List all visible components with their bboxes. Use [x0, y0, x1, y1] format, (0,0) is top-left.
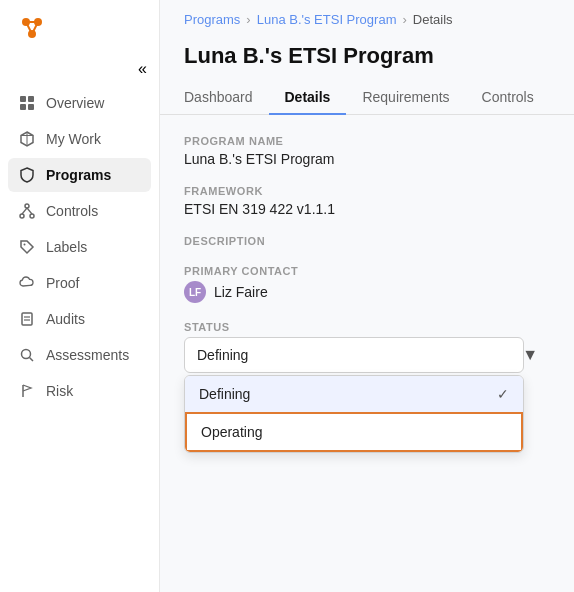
- status-current-value: Defining: [197, 347, 248, 363]
- search-icon: [18, 346, 36, 364]
- sidebar-item-my-work[interactable]: My Work: [8, 122, 151, 156]
- sidebar-logo: [0, 12, 159, 60]
- description-field: DESCRIPTION: [184, 235, 550, 247]
- sidebar-item-programs[interactable]: Programs: [8, 158, 151, 192]
- shield-icon: [18, 166, 36, 184]
- checkmark-icon: ✓: [497, 386, 509, 402]
- sidebar: « Overview My Work Programs: [0, 0, 160, 592]
- status-dropdown-menu: Defining ✓ Operating: [184, 375, 524, 453]
- collapse-icon: «: [138, 60, 147, 78]
- description-label: DESCRIPTION: [184, 235, 550, 247]
- tab-controls[interactable]: Controls: [466, 81, 550, 115]
- sidebar-item-label: Proof: [46, 275, 79, 291]
- status-field: STATUS Defining ▼ Defining ✓ Operating: [184, 321, 550, 373]
- svg-rect-7: [28, 96, 34, 102]
- page-header: Luna B.'s ETSI Program: [160, 35, 574, 81]
- svg-rect-9: [28, 104, 34, 110]
- primary-contact-label: PRIMARY CONTACT: [184, 265, 550, 277]
- audits-icon: [18, 310, 36, 328]
- sidebar-item-risk[interactable]: Risk: [8, 374, 151, 408]
- svg-point-12: [25, 204, 29, 208]
- dropdown-item-label: Defining: [199, 386, 250, 402]
- svg-point-17: [24, 244, 26, 246]
- status-select-wrapper: Defining ▼ Defining ✓ Operating: [184, 337, 550, 373]
- breadcrumb-sep-2: ›: [402, 12, 406, 27]
- cloud-icon: [18, 274, 36, 292]
- tag-icon: [18, 238, 36, 256]
- tab-requirements[interactable]: Requirements: [346, 81, 465, 115]
- sidebar-item-label: Programs: [46, 167, 111, 183]
- sidebar-item-label: Assessments: [46, 347, 129, 363]
- sidebar-item-controls[interactable]: Controls: [8, 194, 151, 228]
- program-name-value: Luna B.'s ETSI Program: [184, 151, 550, 167]
- sidebar-item-label: My Work: [46, 131, 101, 147]
- contact-name: Liz Faire: [214, 284, 268, 300]
- dropdown-item-operating[interactable]: Operating: [185, 412, 523, 452]
- contact-row: LF Liz Faire: [184, 281, 550, 303]
- svg-rect-8: [20, 104, 26, 110]
- sidebar-item-label: Overview: [46, 95, 104, 111]
- svg-line-16: [27, 208, 32, 214]
- chevron-down-icon: ▼: [522, 346, 538, 364]
- details-content: PROGRAM NAME Luna B.'s ETSI Program FRAM…: [160, 115, 574, 592]
- sidebar-item-label: Labels: [46, 239, 87, 255]
- app-logo-icon: [16, 12, 48, 44]
- flag-icon: [18, 382, 36, 400]
- svg-line-15: [22, 208, 27, 214]
- page-title: Luna B.'s ETSI Program: [184, 43, 550, 69]
- breadcrumb: Programs › Luna B.'s ETSI Program › Deta…: [160, 0, 574, 35]
- svg-point-14: [30, 214, 34, 218]
- svg-rect-6: [20, 96, 26, 102]
- sidebar-item-label: Controls: [46, 203, 98, 219]
- svg-point-21: [22, 350, 31, 359]
- dropdown-item-defining[interactable]: Defining ✓: [185, 376, 523, 412]
- sidebar-item-assessments[interactable]: Assessments: [8, 338, 151, 372]
- main-content: Programs › Luna B.'s ETSI Program › Deta…: [160, 0, 574, 592]
- framework-field: FRAMEWORK ETSI EN 319 422 v1.1.1: [184, 185, 550, 217]
- svg-point-13: [20, 214, 24, 218]
- breadcrumb-program[interactable]: Luna B.'s ETSI Program: [257, 12, 397, 27]
- framework-label: FRAMEWORK: [184, 185, 550, 197]
- sidebar-item-overview[interactable]: Overview: [8, 86, 151, 120]
- sidebar-item-proof[interactable]: Proof: [8, 266, 151, 300]
- sidebar-item-audits[interactable]: Audits: [8, 302, 151, 336]
- breadcrumb-sep-1: ›: [246, 12, 250, 27]
- sidebar-item-labels[interactable]: Labels: [8, 230, 151, 264]
- program-name-label: PROGRAM NAME: [184, 135, 550, 147]
- breadcrumb-programs[interactable]: Programs: [184, 12, 240, 27]
- breadcrumb-current: Details: [413, 12, 453, 27]
- dropdown-item-label: Operating: [201, 424, 262, 440]
- sidebar-item-label: Audits: [46, 311, 85, 327]
- tab-details[interactable]: Details: [269, 81, 347, 115]
- cube-icon: [18, 130, 36, 148]
- program-name-field: PROGRAM NAME Luna B.'s ETSI Program: [184, 135, 550, 167]
- grid-icon: [18, 94, 36, 112]
- svg-rect-18: [22, 313, 32, 325]
- avatar: LF: [184, 281, 206, 303]
- tab-dashboard[interactable]: Dashboard: [184, 81, 269, 115]
- sidebar-item-label: Risk: [46, 383, 73, 399]
- status-select[interactable]: Defining: [184, 337, 524, 373]
- svg-line-22: [30, 358, 34, 362]
- nodes-icon: [18, 202, 36, 220]
- sidebar-nav: Overview My Work Programs Controls: [0, 86, 159, 408]
- framework-value: ETSI EN 319 422 v1.1.1: [184, 201, 550, 217]
- primary-contact-field: PRIMARY CONTACT LF Liz Faire: [184, 265, 550, 303]
- tab-bar: Dashboard Details Requirements Controls: [160, 81, 574, 115]
- sidebar-collapse-btn[interactable]: «: [0, 60, 159, 86]
- status-label: STATUS: [184, 321, 550, 333]
